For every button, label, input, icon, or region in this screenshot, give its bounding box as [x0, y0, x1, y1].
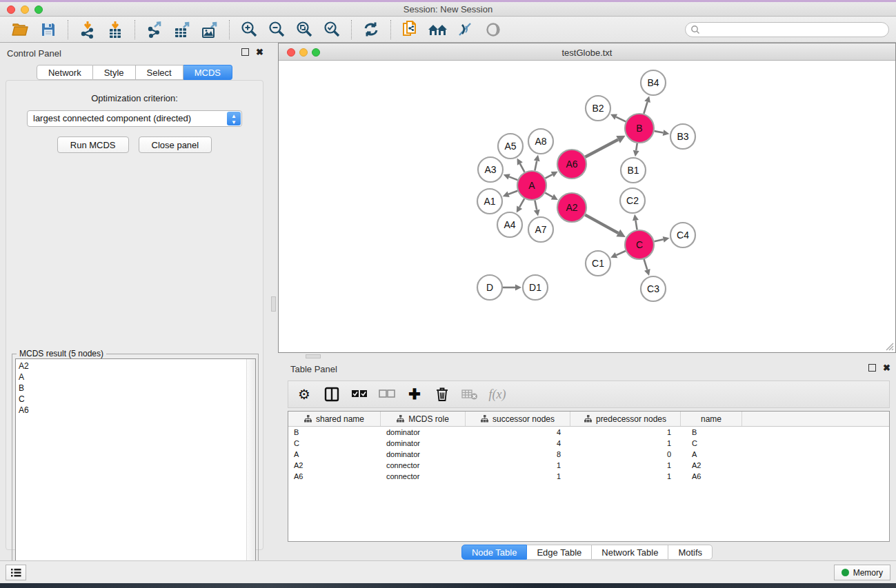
table-cell[interactable]: dominator: [381, 438, 466, 449]
table-cell[interactable]: B: [288, 427, 381, 438]
search-box[interactable]: [685, 22, 889, 37]
show-graphics-details-icon[interactable]: [483, 19, 504, 40]
table-cell[interactable]: dominator: [381, 449, 466, 460]
tab-network[interactable]: Network: [37, 65, 93, 80]
column-header-name[interactable]: name: [681, 412, 742, 426]
duplicate-network-icon[interactable]: [400, 19, 421, 40]
table-row[interactable]: Cdominator41C: [288, 438, 889, 449]
mcds-result-item[interactable]: A2: [19, 361, 255, 372]
close-table-panel-icon[interactable]: ✖: [883, 364, 890, 372]
edge-A6-B[interactable]: [585, 139, 618, 156]
table-cell[interactable]: 1: [570, 460, 681, 471]
table-cell[interactable]: connector: [381, 460, 466, 471]
tab-style[interactable]: Style: [93, 65, 136, 80]
zoom-out-icon[interactable]: [266, 19, 287, 40]
edge-A-A2[interactable]: [545, 193, 552, 197]
table-cell[interactable]: 1: [570, 438, 681, 449]
edge-B-B4[interactable]: [644, 102, 647, 114]
edge-C-C1[interactable]: [616, 251, 625, 255]
export-network-icon[interactable]: [144, 19, 165, 40]
edge-B-B2[interactable]: [616, 117, 626, 122]
table-cell[interactable]: 4: [466, 427, 570, 438]
mcds-result-item[interactable]: C: [19, 394, 255, 405]
edge-A-A6[interactable]: [545, 174, 552, 179]
tab-motifs[interactable]: Motifs: [668, 545, 713, 560]
close-panel-icon[interactable]: ✖: [256, 48, 263, 56]
table-cell[interactable]: dominator: [381, 427, 466, 438]
edge-B-B3[interactable]: [655, 131, 664, 132]
table-cell[interactable]: 0: [570, 449, 681, 460]
select-all-icon[interactable]: [350, 385, 368, 403]
add-column-icon[interactable]: ✚: [406, 385, 424, 403]
float-panel-icon[interactable]: [241, 48, 249, 56]
column-header-successor-nodes[interactable]: successor nodes: [466, 412, 570, 426]
mcds-result-list[interactable]: A2ABCA6: [15, 358, 256, 582]
table-cell[interactable]: B: [681, 427, 742, 438]
node-table[interactable]: shared nameMCDS rolesuccessor nodesprede…: [288, 411, 890, 542]
table-cell[interactable]: A: [681, 449, 742, 460]
import-network-icon[interactable]: [77, 19, 98, 40]
column-header-MCDS-role[interactable]: MCDS role: [381, 412, 466, 426]
deselect-all-icon[interactable]: [378, 385, 396, 403]
network-canvas[interactable]: AA1A2A3A4A5A6A7A8BB1B2B3B4CC1C2C3C4DD1: [279, 61, 895, 352]
edge-B-B1[interactable]: [636, 143, 637, 151]
export-table-icon[interactable]: [172, 19, 192, 40]
task-history-button[interactable]: [6, 565, 26, 580]
mcds-result-item[interactable]: A: [19, 372, 255, 383]
tab-mcds[interactable]: MCDS: [183, 65, 232, 80]
table-row[interactable]: A2connector11A2: [288, 460, 889, 471]
zoom-fit-icon[interactable]: [294, 19, 315, 40]
table-cell[interactable]: 1: [570, 427, 681, 438]
edge-A-A4[interactable]: [519, 199, 524, 207]
float-table-panel-icon[interactable]: [868, 364, 876, 372]
home-icon[interactable]: [428, 19, 448, 40]
delete-column-icon[interactable]: [433, 385, 451, 403]
edge-A-A1[interactable]: [508, 191, 517, 194]
mcds-result-item[interactable]: B: [19, 383, 255, 394]
table-cell[interactable]: A2: [288, 460, 381, 471]
tab-edge-table[interactable]: Edge Table: [527, 545, 592, 560]
mcds-result-item[interactable]: A6: [19, 405, 255, 416]
table-cell[interactable]: 1: [466, 460, 570, 471]
hide-graphics-details-icon[interactable]: [455, 19, 476, 40]
close-panel-button[interactable]: Close panel: [139, 136, 212, 153]
table-cell[interactable]: C: [288, 438, 381, 449]
edge-A-A7[interactable]: [535, 201, 537, 210]
import-table-icon[interactable]: [105, 19, 126, 40]
resize-grip-icon[interactable]: [884, 341, 894, 351]
export-image-icon[interactable]: [199, 19, 220, 40]
refresh-icon[interactable]: [361, 19, 381, 40]
table-cell[interactable]: connector: [381, 471, 466, 482]
table-cell[interactable]: 1: [570, 471, 681, 482]
edge-C-C2[interactable]: [635, 221, 637, 230]
search-input[interactable]: [700, 23, 888, 36]
save-session-icon[interactable]: [38, 19, 59, 40]
network-window-titlebar[interactable]: testGlobe.txt: [279, 43, 895, 61]
tab-node-table[interactable]: Node Table: [461, 545, 528, 560]
table-cell[interactable]: A: [288, 449, 381, 460]
edge-C-C4[interactable]: [654, 239, 663, 241]
columns-icon[interactable]: [323, 385, 341, 403]
table-cell[interactable]: C: [681, 438, 742, 449]
edge-A-A8[interactable]: [535, 161, 537, 170]
table-cell[interactable]: A6: [681, 471, 742, 482]
zoom-in-icon[interactable]: [239, 19, 259, 40]
table-cell[interactable]: 8: [466, 449, 570, 460]
edge-C-C3[interactable]: [644, 259, 648, 270]
scrollbar[interactable]: [246, 359, 255, 581]
tab-select[interactable]: Select: [136, 65, 183, 80]
column-header-shared-name[interactable]: shared name: [288, 412, 381, 426]
vertical-splitter-handle[interactable]: [271, 296, 276, 312]
table-row[interactable]: Adominator80A: [288, 449, 889, 460]
edge-A-A3[interactable]: [509, 176, 517, 180]
table-cell[interactable]: A6: [288, 471, 381, 482]
edge-A-A5[interactable]: [520, 163, 525, 172]
table-cell[interactable]: 1: [466, 471, 570, 482]
memory-button[interactable]: Memory: [834, 565, 890, 580]
criterion-dropdown[interactable]: largest connected component (directed) ▲…: [27, 110, 242, 127]
table-cell[interactable]: 4: [466, 438, 570, 449]
table-row[interactable]: Bdominator41B: [288, 427, 889, 438]
tab-network-table[interactable]: Network Table: [592, 545, 668, 560]
open-session-icon[interactable]: [10, 19, 31, 40]
zoom-selected-icon[interactable]: [321, 19, 342, 40]
